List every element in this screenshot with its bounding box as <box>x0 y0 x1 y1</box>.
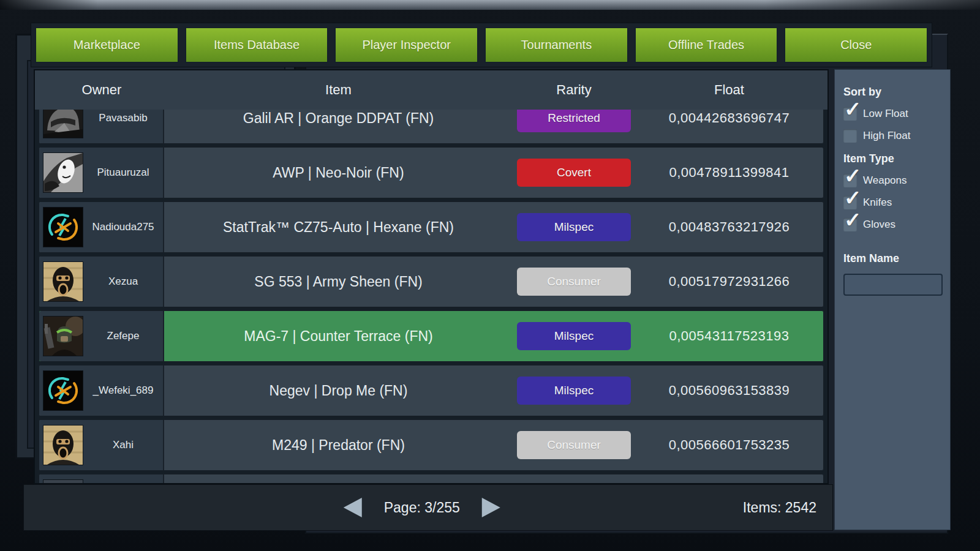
topbar-button-player-inspector[interactable]: Player Inspector <box>334 27 478 63</box>
owner-name: _Wefeki_689 <box>83 384 163 397</box>
items-table-panel: Owner Item Rarity Float Pavasabib Galil … <box>34 69 829 484</box>
checkbox-weapons[interactable]: ✓ Weapons <box>843 174 943 187</box>
rarity-cell: Milspec <box>513 377 635 405</box>
rarity-cell: Covert <box>513 159 635 187</box>
rarity-badge: Covert <box>517 159 631 187</box>
rarity-badge: Milspec <box>517 213 631 241</box>
topbar-button-tournaments[interactable]: Tournaments <box>484 27 628 63</box>
owner-name: Xezua <box>83 276 163 288</box>
rarity-badge: Restricted <box>517 110 631 132</box>
float-value: 0,00442683696747 <box>635 110 823 126</box>
window-top-metal-edge <box>0 0 980 10</box>
rarity-badge: Consumer <box>517 431 631 459</box>
table-header: Owner Item Rarity Float <box>35 70 827 110</box>
checkmark-icon: ✓ <box>844 209 862 230</box>
sort-by-title: Sort by <box>843 86 943 99</box>
checkbox-label: Weapons <box>863 174 907 187</box>
pagination: Page: 3/255 <box>344 498 500 517</box>
checkmark-icon: ✓ <box>844 165 862 186</box>
item-name: AWP | Neo-Noir (FN) <box>164 165 513 181</box>
topbar-button-offline-trades[interactable]: Offline Trades <box>635 27 778 63</box>
owner-cell: _Wefeki_689 <box>39 365 164 416</box>
table-row[interactable]: Xezua SG 553 | Army Sheen (FN) Consumer … <box>39 256 824 307</box>
rarity-badge: Milspec <box>517 377 631 405</box>
rarity-badge: Milspec <box>517 322 631 350</box>
float-value: 0,00517972931266 <box>635 274 823 290</box>
owner-avatar <box>43 370 83 411</box>
checkbox-icon: ✓ <box>843 129 857 143</box>
table-row[interactable]: Pituauruzal AWP | Neo-Noir (FN) Covert 0… <box>39 147 824 198</box>
topbar-button-items-database[interactable]: Items Database <box>185 27 329 63</box>
checkbox-label: Knifes <box>863 197 892 209</box>
owner-cell <box>39 474 164 483</box>
topbar-button-label: Items Database <box>214 38 300 52</box>
owner-cell: Xezua <box>39 257 164 307</box>
page-prev-button[interactable] <box>344 498 362 517</box>
col-header-rarity: Rarity <box>513 82 635 98</box>
rarity-cell: Milspec <box>513 213 635 241</box>
float-value: 0,00543117523193 <box>635 328 823 344</box>
owner-avatar <box>43 261 83 302</box>
item-type-title: Item Type <box>843 152 943 165</box>
checkbox-icon: ✓ <box>843 107 857 121</box>
topbar-button-close[interactable]: Close <box>784 27 928 63</box>
owner-avatar <box>43 152 83 193</box>
page-next-button[interactable] <box>482 498 500 517</box>
checkbox-label: Low Float <box>863 108 908 120</box>
sort-by-group: Sort by ✓ Low Float ✓ High Float <box>843 86 943 143</box>
owner-name: Nadiouda275 <box>83 221 163 233</box>
rarity-cell: Consumer <box>513 268 635 296</box>
float-value: 0,00566601753235 <box>635 437 823 453</box>
owner-cell: Xahi <box>39 420 164 470</box>
table-row[interactable]: Xahi M249 | Predator (FN) Consumer 0,005… <box>39 419 824 471</box>
topbar: Marketplace Items Database Player Inspec… <box>31 23 932 67</box>
footer-bar: Page: 3/255 Items: 2542 <box>23 484 833 531</box>
item-name: Negev | Drop Me (FN) <box>164 383 513 399</box>
col-header-owner: Owner <box>39 82 164 98</box>
table-row[interactable]: Pavasabib Galil AR | Orange DDPAT (FN) R… <box>39 110 824 144</box>
owner-name: Zefepe <box>83 330 163 342</box>
float-value: 0,00560963153839 <box>635 383 823 399</box>
owner-avatar <box>43 316 83 356</box>
checkbox-label: Gloves <box>863 219 895 231</box>
item-name-label: Item Name <box>843 252 943 265</box>
checkbox-low-float[interactable]: ✓ Low Float <box>843 107 943 121</box>
checkmark-icon: ✓ <box>844 99 862 119</box>
checkbox-knifes[interactable]: ✓ Knifes <box>843 196 943 209</box>
checkbox-high-float[interactable]: ✓ High Float <box>843 129 943 143</box>
items-count: Items: 2542 <box>743 500 816 516</box>
checkmark-icon: ✓ <box>844 187 862 208</box>
item-name: MAG-7 | Counter Terrace (FN) <box>164 328 513 345</box>
owner-avatar <box>43 207 83 247</box>
item-type-group: Item Type ✓ Weapons ✓ Knifes ✓ Gloves <box>843 152 943 231</box>
item-name: M249 | Predator (FN) <box>164 437 513 454</box>
rows-viewport: Pavasabib Galil AR | Orange DDPAT (FN) R… <box>35 110 827 483</box>
rarity-cell: Milspec <box>513 322 635 350</box>
table-row[interactable]: Zefepe MAG-7 | Counter Terrace (FN) Mils… <box>39 310 824 362</box>
checkbox-icon: ✓ <box>843 218 857 231</box>
checkbox-icon: ✓ <box>843 174 857 187</box>
checkbox-label: High Float <box>863 130 910 142</box>
owner-cell: Pituauruzal <box>39 148 164 198</box>
table-row[interactable]: Nadiouda275 StatTrak™ CZ75-Auto | Hexane… <box>39 201 824 253</box>
checkbox-gloves[interactable]: ✓ Gloves <box>843 218 943 231</box>
item-name-input[interactable] <box>843 274 943 296</box>
col-header-item: Item <box>164 82 513 98</box>
item-name-group: Item Name <box>843 252 943 296</box>
col-header-float: Float <box>635 82 823 98</box>
owner-avatar <box>43 479 83 483</box>
rarity-cell: Restricted <box>513 110 635 132</box>
owner-cell: Pavasabib <box>39 110 164 143</box>
topbar-button-label: Player Inspector <box>362 38 451 52</box>
owner-cell: Zefepe <box>39 311 164 361</box>
topbar-button-marketplace[interactable]: Marketplace <box>35 27 179 63</box>
rarity-cell: Consumer <box>513 431 635 459</box>
filter-sidebar: Sort by ✓ Low Float ✓ High Float Item Ty… <box>834 69 951 530</box>
table-row[interactable]: _Wefeki_689 Negev | Drop Me (FN) Milspec… <box>39 365 824 416</box>
topbar-button-label: Marketplace <box>74 38 140 52</box>
owner-avatar <box>43 425 83 465</box>
item-name: Galil AR | Orange DDPAT (FN) <box>164 110 513 127</box>
checkbox-icon: ✓ <box>843 196 857 209</box>
topbar-button-label: Tournaments <box>521 38 592 52</box>
owner-cell: Nadiouda275 <box>39 202 164 252</box>
